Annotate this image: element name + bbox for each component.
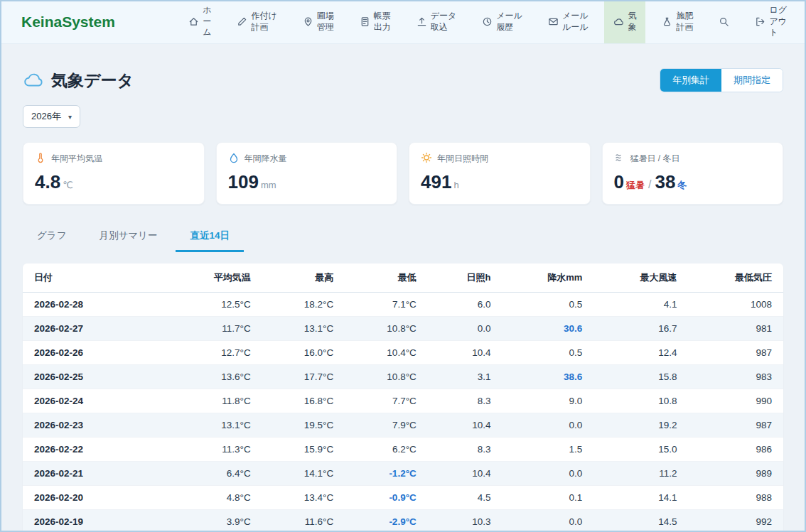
- cell-min-temp: 10.8°C: [345, 365, 428, 389]
- table-row: 2026-02-23 13.1°C 19.5°C 7.9°C 10.4 0.0 …: [23, 413, 783, 438]
- brand-logo: KeinaSystem: [21, 0, 115, 43]
- year-select[interactable]: 2026年 ▾: [23, 105, 80, 128]
- col-header-min-pressure: 最低気圧: [689, 264, 783, 293]
- cell-max-wind: 12.4: [593, 341, 688, 365]
- cell-min-temp: 6.2°C: [345, 438, 428, 462]
- cell-avg-temp: 12.5°C: [167, 293, 262, 317]
- col-header-avg-temp: 平均気温: [167, 264, 262, 293]
- cell-avg-temp: 11.3°C: [167, 438, 262, 462]
- top-navbar: KeinaSystem ホ ー ム 作付け 計画 圃場 管理 帳票 出力: [0, 0, 806, 44]
- table-row: 2026-02-27 11.7°C 13.1°C 10.8°C 0.0 30.6…: [23, 317, 783, 341]
- cell-min-temp: 7.9°C: [345, 413, 428, 438]
- col-header-sunshine: 日照h: [428, 264, 503, 293]
- period-select-button[interactable]: 期間指定: [721, 69, 783, 92]
- envelope-icon: [548, 16, 559, 27]
- weather-table-panel: 日付 平均気温 最高 最低 日照h 降水mm 最大風速 最低気圧 2026-02…: [23, 264, 783, 532]
- nav-item-home[interactable]: ホ ー ム: [179, 0, 220, 43]
- cell-max-wind: 15.8: [593, 365, 688, 389]
- cell-max-temp: 11.6°C: [262, 510, 345, 532]
- chevron-down-icon: ▾: [68, 113, 72, 121]
- history-clock-icon: [482, 16, 493, 27]
- cell-sunshine: 10.4: [428, 341, 503, 365]
- stat-label: 年間平均気温: [51, 153, 102, 165]
- cell-max-temp: 13.4°C: [262, 486, 345, 510]
- cell-min-pressure: 1008: [689, 293, 783, 317]
- nav-label-data-import: データ 取込: [431, 11, 457, 33]
- nav-item-mail-rules[interactable]: メール ルール: [539, 0, 598, 43]
- table-row: 2026-02-19 3.9°C 11.6°C -2.9°C 10.3 0.0 …: [23, 510, 783, 532]
- stat-card-precipitation: 年間降水量 109mm: [216, 142, 398, 205]
- cell-sunshine: 6.0: [428, 293, 503, 317]
- table-body: 2026-02-28 12.5°C 18.2°C 7.1°C 6.0 0.5 4…: [23, 293, 783, 532]
- col-header-date: 日付: [23, 264, 167, 293]
- cell-min-pressure: 981: [689, 317, 783, 341]
- stat-separator: /: [648, 178, 651, 190]
- cloud-title-icon: [23, 71, 44, 89]
- cell-max-wind: 16.7: [593, 317, 688, 341]
- cell-avg-temp: 4.8°C: [167, 486, 262, 510]
- cell-max-temp: 19.5°C: [262, 413, 345, 438]
- cell-max-temp: 18.2°C: [262, 293, 345, 317]
- stat-label: 猛暑日 / 冬日: [630, 153, 680, 165]
- nav-item-fertilizer-plan[interactable]: 施肥 計画: [652, 0, 702, 43]
- yearly-summary-button[interactable]: 年別集計: [660, 69, 721, 92]
- cell-avg-temp: 11.7°C: [167, 317, 262, 341]
- nav-label-mail-rules: メール ルール: [562, 11, 589, 33]
- hot-days-unit: 猛暑: [626, 180, 645, 190]
- droplet-icon: [228, 152, 240, 165]
- nav-item-field-management[interactable]: 圃場 管理: [294, 0, 343, 43]
- cell-min-pressure: 989: [689, 462, 783, 486]
- table-row: 2026-02-20 4.8°C 13.4°C -0.9°C 4.5 0.1 1…: [23, 486, 783, 510]
- stat-value: 491: [421, 171, 451, 192]
- cell-min-pressure: 992: [689, 510, 783, 532]
- stat-card-sunshine: 年間日照時間 491h: [409, 142, 591, 205]
- cell-date: 2026-02-21: [23, 462, 167, 486]
- view-toggle-group: 年別集計 期間指定: [660, 68, 783, 92]
- cell-avg-temp: 13.6°C: [167, 365, 262, 389]
- stat-unit: h: [453, 180, 458, 190]
- nav-label-home: ホ ー ム: [203, 5, 211, 38]
- col-header-min-temp: 最低: [345, 264, 428, 293]
- cell-date: 2026-02-28: [23, 293, 167, 317]
- main-navigation: ホ ー ム 作付け 計画 圃場 管理 帳票 出力 データ 取込: [179, 0, 796, 43]
- tab-last-14-days[interactable]: 直近14日: [176, 223, 244, 252]
- nav-item-planting-plan[interactable]: 作付け 計画: [227, 0, 286, 43]
- search-icon: [719, 16, 729, 27]
- nav-item-mail-history[interactable]: メール 履歴: [473, 0, 532, 43]
- nav-label-fertilizer-plan: 施肥 計画: [676, 11, 693, 33]
- cell-avg-temp: 11.8°C: [167, 389, 262, 413]
- nav-item-report-output[interactable]: 帳票 出力: [350, 0, 400, 43]
- cell-rain: 38.6: [502, 365, 593, 389]
- cell-min-pressure: 983: [689, 365, 783, 389]
- cell-max-wind: 11.2: [593, 462, 688, 486]
- map-pin-icon: [303, 16, 313, 27]
- cold-days-unit: 冬: [677, 180, 687, 190]
- nav-label-weather: 気 象: [628, 11, 636, 33]
- tab-monthly-summary[interactable]: 月別サマリー: [85, 223, 171, 252]
- table-row: 2026-02-26 12.7°C 16.0°C 10.4°C 10.4 0.5…: [23, 341, 783, 365]
- view-tabs: グラフ 月別サマリー 直近14日: [23, 223, 783, 252]
- nav-item-data-import[interactable]: データ 取込: [407, 0, 466, 43]
- cell-rain: 0.0: [502, 510, 593, 532]
- cell-date: 2026-02-26: [23, 341, 167, 365]
- nav-item-logout[interactable]: ログ アウ ト: [746, 0, 796, 43]
- thermometer-icon: [35, 152, 46, 165]
- cell-min-temp: 10.8°C: [345, 317, 428, 341]
- cell-min-temp: 7.1°C: [345, 293, 428, 317]
- temperature-extremes-icon: [614, 152, 625, 165]
- col-header-max-wind: 最大風速: [593, 264, 688, 293]
- stat-card-extreme-days: 猛暑日 / 冬日 0猛暑/38冬: [602, 142, 784, 205]
- cell-min-temp: -0.9°C: [345, 486, 428, 510]
- cell-date: 2026-02-27: [23, 317, 167, 341]
- nav-item-weather[interactable]: 気 象: [604, 0, 645, 43]
- cell-min-pressure: 986: [689, 438, 783, 462]
- cell-min-temp: -2.9°C: [345, 510, 428, 532]
- cell-max-wind: 10.8: [593, 389, 688, 413]
- cell-date: 2026-02-23: [23, 413, 167, 438]
- nav-item-search[interactable]: [709, 0, 738, 43]
- cold-days-value: 38: [655, 171, 675, 192]
- tab-graph[interactable]: グラフ: [23, 223, 80, 252]
- cell-avg-temp: 13.1°C: [167, 413, 262, 438]
- page-header: 気象データ 年別集計 期間指定: [23, 68, 783, 92]
- flask-icon: [662, 16, 672, 27]
